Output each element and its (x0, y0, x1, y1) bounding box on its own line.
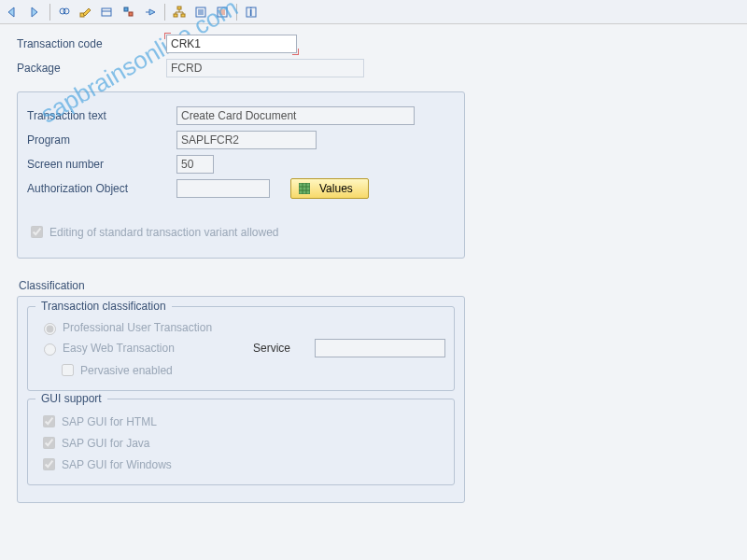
info-icon[interactable]: i (241, 3, 261, 21)
professional-radio (44, 323, 56, 335)
transaction-code-input[interactable] (166, 35, 297, 53)
values-button[interactable]: Values (290, 178, 369, 199)
screen-number-label: Screen number (27, 158, 176, 171)
auth-object-label: Authorization Object (27, 182, 176, 195)
change-icon[interactable] (76, 3, 96, 21)
program-input (176, 131, 317, 149)
editing-allowed-checkbox (31, 226, 43, 238)
svg-rect-24 (299, 183, 310, 194)
gui-windows-label: SAP GUI for Windows (62, 458, 172, 471)
hierarchy-icon[interactable] (169, 3, 190, 21)
other-object-icon[interactable] (97, 3, 118, 21)
editing-allowed-label: Editing of standard transaction variant … (49, 226, 278, 239)
grid-icon (299, 183, 310, 194)
values-button-label: Values (319, 182, 353, 195)
forward-icon[interactable] (25, 3, 46, 21)
svg-rect-6 (129, 12, 133, 16)
service-label: Service (253, 342, 311, 355)
svg-point-1 (63, 8, 69, 14)
screen-number-input (176, 155, 214, 174)
pervasive-label: Pervasive enabled (80, 364, 173, 377)
required-marker-icon (166, 35, 297, 53)
transaction-text-input (176, 106, 415, 125)
gui-java-checkbox (43, 437, 55, 449)
gui-html-checkbox (43, 415, 55, 427)
classification-panel: Transaction classification Professional … (17, 296, 465, 503)
easy-web-radio (44, 343, 56, 356)
svg-rect-8 (174, 14, 177, 17)
program-label: Program (27, 133, 176, 147)
editing-allowed-row: Editing of standard transaction variant … (27, 223, 455, 241)
gui-windows-checkbox (43, 458, 55, 470)
auth-object-input (176, 179, 270, 198)
collapse-icon[interactable] (190, 3, 211, 21)
toolbar: i (0, 0, 747, 24)
execute-icon[interactable] (140, 3, 161, 21)
separator-icon (236, 4, 237, 21)
easy-web-label: Easy Web Transaction (63, 342, 249, 355)
svg-rect-7 (177, 7, 181, 9)
gui-java-label: SAP GUI for Java (62, 437, 149, 450)
activate-icon[interactable] (119, 3, 139, 21)
transaction-classification-title: Transaction classification (35, 300, 172, 313)
svg-rect-5 (124, 7, 128, 11)
service-input (315, 339, 445, 357)
display-icon[interactable] (54, 3, 75, 21)
separator-icon (49, 4, 50, 21)
expand-icon[interactable] (212, 3, 233, 21)
package-input (166, 59, 364, 77)
svg-rect-3 (102, 8, 111, 16)
back-icon[interactable] (4, 3, 24, 21)
classification-title: Classification (19, 279, 730, 292)
separator-icon (164, 4, 165, 21)
transaction-code-label: Transaction code (17, 37, 166, 50)
professional-label: Professional User Transaction (63, 321, 212, 334)
gui-support-title: GUI support (35, 392, 107, 405)
transaction-classification-group: Transaction classification Professional … (27, 306, 455, 391)
pervasive-checkbox (62, 364, 74, 376)
gui-html-label: SAP GUI for HTML (62, 415, 157, 428)
svg-rect-9 (181, 14, 185, 17)
transaction-text-label: Transaction text (27, 109, 176, 122)
details-panel: Transaction text Program Screen number A… (17, 91, 465, 259)
svg-text:i: i (249, 6, 252, 19)
package-label: Package (17, 62, 166, 75)
gui-support-group: GUI support SAP GUI for HTML SAP GUI for… (27, 399, 455, 485)
